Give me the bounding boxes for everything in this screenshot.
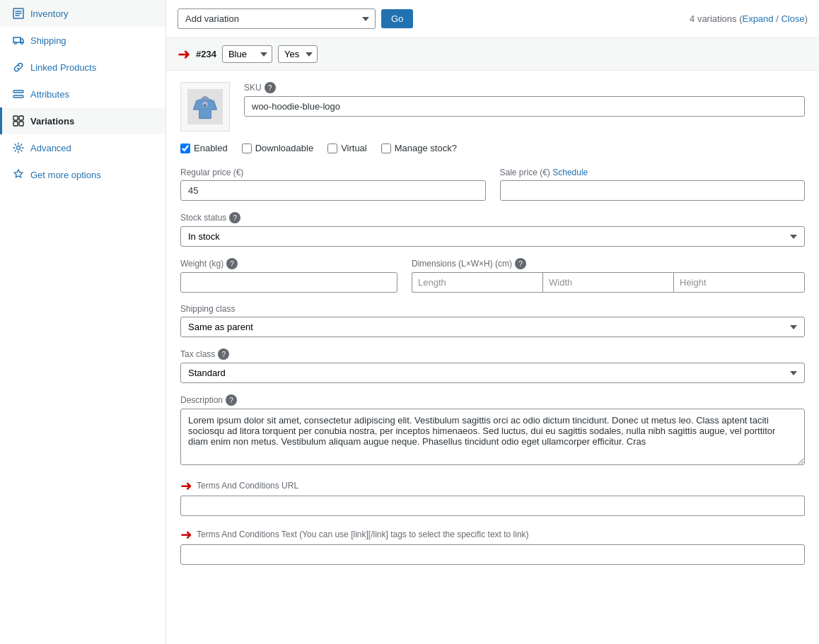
- link-icon: [12, 61, 25, 74]
- sidebar-item-shipping[interactable]: Shipping: [0, 27, 165, 54]
- tax-class-select[interactable]: Standard Reduced rate Zero rate: [180, 363, 805, 383]
- topbar-left: Add variation Go: [178, 8, 413, 29]
- star-icon: [12, 168, 25, 181]
- go-button[interactable]: Go: [381, 9, 413, 28]
- sku-input[interactable]: [244, 96, 805, 117]
- svg-rect-8: [19, 122, 23, 126]
- enabled-checkbox-group: Enabled: [180, 143, 228, 153]
- sidebar-item-label: Inventory: [30, 8, 68, 19]
- variations-icon: [12, 115, 25, 127]
- svg-text:★: ★: [203, 103, 207, 107]
- price-row: Regular price (€) Sale price (€) Schedul…: [180, 168, 805, 201]
- color-select[interactable]: Blue Red Green: [222, 45, 272, 63]
- sidebar-item-label: Get more options: [30, 170, 101, 180]
- description-label: Description ?: [180, 394, 805, 406]
- length-input[interactable]: [412, 272, 542, 293]
- width-input[interactable]: [542, 272, 673, 293]
- main-content: Add variation Go 4 variations (Expand / …: [166, 0, 819, 644]
- add-variation-select[interactable]: Add variation: [178, 8, 376, 29]
- terms-text-col: ➜ Terms And Conditions Text (You can use…: [180, 527, 805, 565]
- enabled-checkbox[interactable]: [180, 144, 190, 153]
- shipping-class-select[interactable]: Same as parent No shipping class: [180, 317, 805, 337]
- tax-class-col: Tax class ? Standard Reduced rate Zero r…: [180, 349, 805, 383]
- manage-stock-label[interactable]: Manage stock?: [395, 143, 457, 153]
- sidebar-item-attributes[interactable]: Attributes: [0, 81, 165, 107]
- description-help-icon[interactable]: ?: [226, 394, 237, 406]
- weight-input[interactable]: [180, 272, 397, 293]
- variation-image[interactable]: ★: [180, 82, 230, 131]
- downloadable-checkbox[interactable]: [242, 144, 252, 153]
- weight-help-icon[interactable]: ?: [226, 258, 238, 269]
- sidebar-item-label: Shipping: [30, 35, 66, 46]
- sale-price-input[interactable]: [500, 180, 806, 201]
- terms-url-col: ➜ Terms And Conditions URL: [180, 479, 805, 516]
- schedule-link[interactable]: Schedule: [552, 168, 588, 177]
- tax-class-label: Tax class ?: [180, 349, 805, 360]
- svg-rect-4: [13, 95, 23, 98]
- tax-class-help-icon[interactable]: ?: [218, 349, 229, 360]
- sidebar-item-advanced[interactable]: Advanced: [0, 134, 165, 161]
- attributes-icon: [12, 88, 25, 100]
- description-col: Description ? Lorem ipsum dolor sit amet…: [180, 394, 805, 467]
- virtual-checkbox[interactable]: [327, 144, 337, 153]
- description-textarea[interactable]: Lorem ipsum dolor sit amet, consectetur …: [180, 409, 805, 465]
- arrow-icon-terms-url: ➜: [180, 479, 192, 493]
- terms-url-label: Terms And Conditions URL: [197, 481, 298, 491]
- terms-text-input[interactable]: [180, 544, 805, 565]
- arrow-icon-terms-text: ➜: [180, 527, 192, 541]
- height-input[interactable]: [673, 272, 805, 293]
- topbar: Add variation Go 4 variations (Expand / …: [166, 0, 819, 38]
- sidebar-item-variations[interactable]: Variations: [0, 107, 165, 134]
- sku-group: SKU ?: [244, 82, 805, 117]
- hoodie-image: ★: [187, 89, 223, 124]
- stock-status-select[interactable]: In stock Out of stock On backorder: [180, 226, 805, 247]
- sidebar-item-label: Variations: [30, 116, 74, 127]
- paren-close: ): [805, 13, 808, 24]
- sku-label: SKU ?: [244, 82, 805, 93]
- stock-status-col: Stock status ? In stock Out of stock On …: [180, 212, 805, 247]
- dimensions-col: Dimensions (L×W×H) (cm) ?: [412, 258, 805, 293]
- dimensions-help-icon[interactable]: ?: [515, 258, 526, 269]
- variation-body: ★ SKU ? Enabled: [166, 71, 819, 587]
- dimensions-inputs: [412, 272, 805, 293]
- sidebar-item-label: Advanced: [30, 143, 71, 153]
- variations-count: 4 variations (: [690, 13, 742, 24]
- virtual-label[interactable]: Virtual: [341, 143, 367, 153]
- svg-rect-3: [13, 90, 23, 93]
- sidebar-item-inventory[interactable]: Inventory: [0, 0, 165, 27]
- virtual-checkbox-group: Virtual: [327, 143, 367, 153]
- svg-rect-5: [13, 116, 18, 120]
- svg-point-2: [21, 42, 23, 45]
- manage-stock-checkbox[interactable]: [381, 144, 391, 153]
- downloadable-label[interactable]: Downloadable: [255, 143, 313, 153]
- advanced-icon: [12, 141, 25, 154]
- svg-rect-7: [13, 122, 18, 126]
- sku-help-icon[interactable]: ?: [265, 82, 276, 93]
- svg-point-1: [15, 42, 17, 45]
- svg-point-9: [17, 146, 21, 150]
- sidebar-item-get-more-options[interactable]: Get more options: [0, 161, 165, 188]
- stock-status-help-icon[interactable]: ?: [229, 212, 240, 223]
- regular-price-col: Regular price (€): [180, 168, 486, 201]
- sidebar-item-label: Attributes: [30, 89, 69, 100]
- enabled-select[interactable]: Yes No: [278, 45, 318, 63]
- enabled-label[interactable]: Enabled: [194, 143, 228, 153]
- regular-price-input[interactable]: [180, 180, 486, 201]
- sidebar-item-linked-products[interactable]: Linked Products: [0, 54, 165, 81]
- svg-rect-6: [19, 116, 23, 120]
- shipping-icon: [12, 34, 25, 47]
- inventory-icon: [12, 7, 25, 20]
- downloadable-checkbox-group: Downloadable: [242, 143, 313, 153]
- shipping-class-col: Shipping class Same as parent No shippin…: [180, 304, 805, 337]
- terms-url-input[interactable]: [180, 496, 805, 516]
- sidebar: Inventory Shipping Linked Products Attri…: [0, 0, 166, 644]
- terms-text-label: Terms And Conditions Text (You can use […: [197, 529, 529, 539]
- close-link[interactable]: Close: [781, 13, 804, 24]
- regular-price-label: Regular price (€): [180, 168, 486, 177]
- stock-status-label: Stock status ?: [180, 212, 805, 223]
- weight-col: Weight (kg) ?: [180, 258, 397, 293]
- expand-link[interactable]: Expand: [742, 13, 773, 24]
- variation-header: ➜ #234 Blue Red Green Yes No: [166, 38, 819, 71]
- dimensions-label: Dimensions (L×W×H) (cm) ?: [412, 258, 805, 269]
- weight-label: Weight (kg) ?: [180, 258, 397, 269]
